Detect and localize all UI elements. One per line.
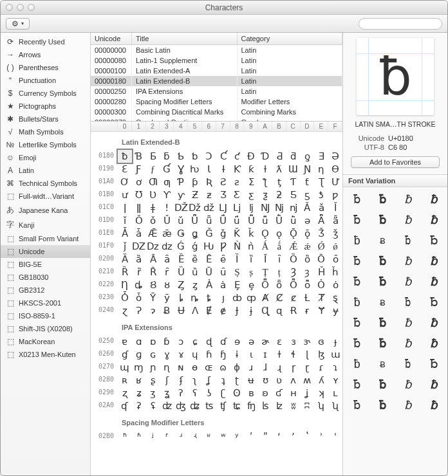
character-cell[interactable]: ɓ [160, 335, 174, 348]
character-cell[interactable]: ƨ [230, 176, 245, 188]
font-variation-item[interactable]: ƀ [397, 336, 420, 351]
character-cell[interactable]: ǳ [160, 240, 174, 253]
character-cell[interactable]: ȅ [188, 253, 202, 266]
character-cell[interactable]: ʈ [230, 374, 245, 387]
character-cell[interactable]: ɕ [188, 335, 202, 348]
character-cell[interactable]: ʷ [216, 430, 230, 443]
font-variation-item[interactable]: ƀ [346, 398, 369, 412]
sidebar-item[interactable]: ⬚Unicode [1, 245, 90, 258]
character-cell[interactable]: ɔ [174, 335, 188, 348]
character-cell[interactable]: ǆ [202, 201, 216, 214]
character-cell[interactable]: ʓ [160, 387, 174, 399]
character-cell[interactable]: ʝ [301, 387, 315, 399]
character-cell[interactable]: ɱ [132, 361, 146, 374]
font-variation-item[interactable]: ƀ [371, 398, 395, 412]
character-cell[interactable]: ɪ [258, 348, 272, 361]
character-cell[interactable]: Ƽ [286, 188, 301, 201]
character-cell[interactable]: ǃ [160, 201, 174, 214]
character-cell[interactable]: ȧ [216, 279, 230, 291]
character-cell[interactable]: ʇ [216, 374, 230, 387]
character-cell[interactable]: ȫ [272, 279, 286, 291]
font-variation-item[interactable]: ƀ [422, 316, 445, 330]
character-cell[interactable]: Ț [258, 266, 272, 279]
character-cell[interactable]: ƭ [301, 176, 315, 188]
character-cell[interactable]: ʙ [244, 387, 258, 399]
character-cell[interactable]: ʩ [244, 399, 258, 412]
font-variation-item[interactable]: ƀ [346, 213, 369, 227]
character-cell[interactable]: ƈ [230, 150, 245, 163]
sidebar-item[interactable]: ⬚Shift-JIS (X0208) [1, 322, 90, 335]
character-cell[interactable]: Ȱ [118, 291, 132, 304]
character-cell[interactable]: Ƥ [174, 176, 188, 188]
font-variation-list[interactable]: ƀƀƀƀƀƀƀƀƀƀƀƀƀƀƀƀƀƀƀƀƀƀƀƀƀƀƀƀƀƀƀƀƀƀƀƀƀƀƀƀ… [343, 187, 447, 475]
character-cell[interactable]: ȝ [301, 266, 315, 279]
character-cell[interactable]: ȳ [160, 291, 174, 304]
character-cell[interactable]: ʴ [174, 430, 188, 443]
character-cell[interactable]: ȓ [160, 266, 174, 279]
character-cell[interactable]: ƣ [160, 176, 174, 188]
character-cell[interactable]: ǡ [132, 227, 146, 240]
character-cell[interactable]: ʛ [272, 387, 286, 399]
character-cell[interactable]: ʗ [216, 387, 230, 399]
character-cell[interactable]: ɉ [244, 304, 258, 317]
character-cell[interactable]: ʜ [286, 387, 301, 399]
close-button[interactable] [6, 4, 13, 11]
character-cell[interactable]: Ǯ [314, 227, 328, 240]
character-cell[interactable]: ʃ [160, 374, 174, 387]
character-cell[interactable]: ʊ [258, 374, 272, 387]
sidebar-item[interactable]: ☺Emoji [1, 151, 90, 164]
character-cell[interactable]: ȋ [272, 253, 286, 266]
character-cell[interactable]: ǒ [146, 214, 160, 227]
character-cell[interactable]: ǈ [230, 201, 245, 214]
font-variation-item[interactable]: ƀ [346, 357, 369, 371]
sidebar-item[interactable]: ⬚X0213 Men-Kuten [1, 348, 90, 361]
sidebar-item[interactable]: ★Pictographs [1, 100, 90, 113]
character-cell[interactable]: ʎ [314, 374, 328, 387]
character-cell[interactable]: Ȼ [272, 291, 286, 304]
character-cell[interactable]: ơ [132, 176, 146, 188]
action-menu-button[interactable]: ⚙ ▾ [6, 18, 30, 30]
character-cell[interactable]: Ȓ [146, 266, 160, 279]
character-cell[interactable]: ʕ [188, 387, 202, 399]
font-variation-item[interactable]: ƀ [346, 233, 369, 248]
character-cell[interactable]: ʺ [258, 430, 272, 443]
character-cell[interactable]: ȏ [328, 253, 342, 266]
character-cell[interactable]: ɩ [244, 348, 258, 361]
character-cell[interactable]: Ȝ [286, 266, 301, 279]
character-cell[interactable]: Ǭ [286, 227, 301, 240]
character-cell[interactable]: Ȅ [174, 253, 188, 266]
character-cell[interactable]: ʳ [160, 430, 174, 443]
character-cell[interactable]: ȭ [301, 279, 315, 291]
character-cell[interactable]: ȸ [230, 291, 245, 304]
character-cell[interactable]: Ə [328, 150, 342, 163]
character-cell[interactable]: ȼ [286, 291, 301, 304]
character-cell[interactable]: Ǜ [272, 214, 286, 227]
sidebar-item[interactable]: ⬚Full-widt…Variant [1, 190, 90, 203]
character-cell[interactable]: Ɗ [258, 150, 272, 163]
character-cell[interactable]: Ʉ [174, 304, 188, 317]
character-cell[interactable]: Ʋ [146, 188, 160, 201]
sidebar-item[interactable]: ⬚MacKorean [1, 335, 90, 348]
character-cell[interactable]: Ɲ [301, 163, 315, 176]
character-cell[interactable]: ƽ [301, 188, 315, 201]
character-cell[interactable]: Ȗ [202, 266, 216, 279]
character-cell[interactable]: ǰ [118, 240, 132, 253]
font-variation-item[interactable]: ƀ [422, 398, 445, 412]
character-cell[interactable]: Ƴ [160, 188, 174, 201]
character-cell[interactable]: Ǧ [202, 227, 216, 240]
character-cell[interactable]: ƿ [328, 188, 342, 201]
character-cell[interactable]: Ɔ [202, 150, 216, 163]
character-cell[interactable]: ʤ [174, 399, 188, 412]
character-cell[interactable]: ǎ [314, 201, 328, 214]
character-cell[interactable]: ǣ [160, 227, 174, 240]
character-cell[interactable]: ɺ [258, 361, 272, 374]
character-cell[interactable]: ȟ [328, 266, 342, 279]
character-cell[interactable]: ʻ [272, 430, 286, 443]
character-cell[interactable]: Ɯ [286, 163, 301, 176]
table-row[interactable]: 00000280Spacing Modifier LettersModifier… [91, 96, 342, 107]
character-cell[interactable]: Ɓ [132, 150, 146, 163]
col-category[interactable]: Category [238, 33, 343, 44]
character-cell[interactable]: Ƕ [202, 240, 216, 253]
character-cell[interactable]: ɠ [118, 348, 132, 361]
character-cell[interactable]: Ⱥ [258, 291, 272, 304]
